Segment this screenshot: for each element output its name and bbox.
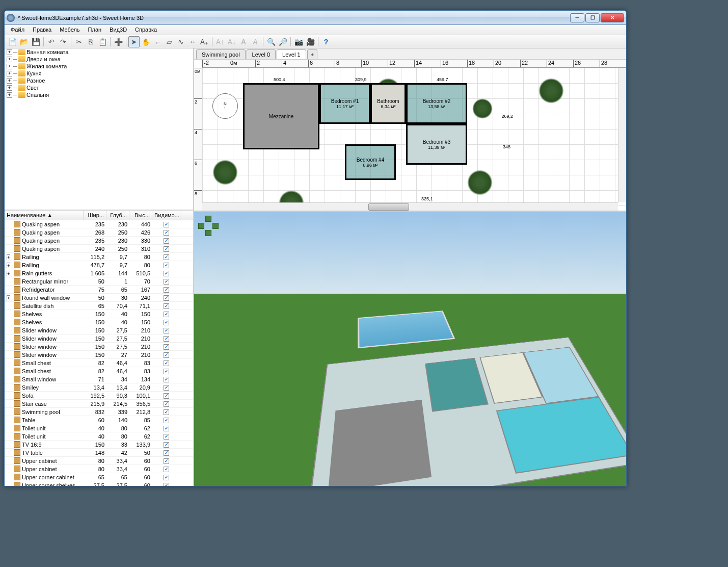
visibility-checkbox[interactable]: ✓ — [164, 271, 169, 276]
room-bedroom3[interactable]: Bedroom #3 11,39 м² — [406, 124, 467, 165]
menu-Правка[interactable]: Правка — [29, 25, 56, 35]
col-depth[interactable]: Глуб... — [106, 211, 129, 220]
room-mezzanine[interactable]: Mezzanine — [243, 83, 319, 149]
level-tab[interactable]: Level 1 — [277, 49, 306, 59]
expand-icon[interactable]: + — [7, 271, 10, 277]
table-row[interactable]: Slider window15027210✓ — [5, 351, 193, 359]
catalog-item[interactable]: +Жилая комната — [5, 63, 193, 70]
plan-grid[interactable]: N↑ 500,4 309,9 459,7 Mezzanine — [202, 68, 626, 211]
furniture-list[interactable]: Наименование ▲ Шир... Глуб... Выс... Вид… — [5, 211, 193, 486]
table-row[interactable]: +Railing115,29,780✓ — [5, 253, 193, 261]
visibility-checkbox[interactable]: ✓ — [164, 328, 169, 333]
table-row[interactable]: Table6014085✓ — [5, 416, 193, 424]
table-row[interactable]: +Round wall window5030240✓ — [5, 294, 193, 302]
catalog-item[interactable]: +Кухня — [5, 70, 193, 77]
expand-icon[interactable]: + — [7, 254, 10, 261]
visibility-checkbox[interactable]: ✓ — [164, 483, 169, 486]
table-row[interactable]: Small window7134134✓ — [5, 375, 193, 383]
table-row[interactable]: Refridgerator7565167✓ — [5, 286, 193, 294]
visibility-checkbox[interactable]: ✓ — [164, 434, 169, 440]
table-row[interactable]: Shelves15040150✓ — [5, 318, 193, 326]
titlebar[interactable]: * SweetHome3DExample7.sh3d - Sweet Home … — [5, 11, 626, 25]
dimension-tool[interactable]: ↔ — [187, 36, 198, 47]
table-row[interactable]: Slider window15027,5210✓ — [5, 326, 193, 334]
visibility-checkbox[interactable]: ✓ — [164, 369, 169, 374]
table-row[interactable]: TV table1484250✓ — [5, 449, 193, 457]
zoom-out-button[interactable]: 🔎 — [277, 36, 288, 47]
tree-icon[interactable] — [212, 160, 238, 185]
save-button[interactable]: 💾 — [30, 36, 41, 47]
text-bold[interactable]: A — [238, 36, 249, 47]
expand-icon[interactable]: + — [7, 295, 10, 301]
select-tool[interactable]: ➤ — [128, 36, 140, 47]
table-row[interactable]: TV 16:915033133,9✓ — [5, 441, 193, 449]
redo-button[interactable]: ↷ — [58, 36, 69, 47]
table-row[interactable]: Swimming pool832339212,8✓ — [5, 408, 193, 416]
visibility-checkbox[interactable]: ✓ — [164, 336, 169, 342]
polyline-tool[interactable]: ∿ — [175, 36, 186, 47]
room-bedroom4[interactable]: Bedroom #4 8,96 м² — [345, 144, 396, 180]
visibility-checkbox[interactable]: ✓ — [164, 295, 169, 301]
visibility-checkbox[interactable]: ✓ — [164, 426, 169, 431]
expand-icon[interactable]: + — [7, 64, 12, 69]
expand-icon[interactable]: + — [7, 78, 12, 84]
nav-down-icon[interactable] — [205, 230, 211, 236]
catalog-tree[interactable]: +Ванная комната+Двери и окна+Жилая комна… — [5, 48, 193, 211]
help-button[interactable]: ? — [320, 36, 332, 47]
visibility-checkbox[interactable]: ✓ — [164, 450, 169, 456]
table-row[interactable]: Slider window15027,5210✓ — [5, 343, 193, 351]
plan-scrollbar-h[interactable] — [202, 202, 618, 211]
table-row[interactable]: Quaking aspen268250426✓ — [5, 228, 193, 237]
table-row[interactable]: Quaking aspen235230440✓ — [5, 220, 193, 228]
visibility-checkbox[interactable]: ✓ — [164, 312, 169, 317]
menu-Справка[interactable]: Справка — [131, 25, 161, 35]
table-row[interactable]: Stair case215,9214,5356,5✓ — [5, 400, 193, 408]
table-row[interactable]: Quaking aspen240250310✓ — [5, 245, 193, 253]
table-row[interactable]: Upper cabinet8033,460✓ — [5, 465, 193, 473]
visibility-checkbox[interactable]: ✓ — [164, 279, 169, 285]
nav-left-icon[interactable] — [198, 223, 204, 229]
paste-button[interactable]: 📋 — [97, 36, 108, 47]
table-row[interactable]: Shelves15040150✓ — [5, 310, 193, 318]
floorplan[interactable]: 500,4 309,9 459,7 Mezzanine Bedroom #1 1… — [243, 83, 498, 195]
visibility-checkbox[interactable]: ✓ — [164, 246, 169, 252]
visibility-checkbox[interactable]: ✓ — [164, 287, 169, 293]
col-visible[interactable]: Видимо... — [152, 211, 180, 220]
table-row[interactable]: Smiley13,413,420,9✓ — [5, 383, 193, 392]
table-row[interactable]: Upper corner cabinet656560✓ — [5, 473, 193, 481]
visibility-checkbox[interactable]: ✓ — [164, 401, 169, 407]
visibility-checkbox[interactable]: ✓ — [164, 222, 169, 227]
minimize-button[interactable]: ─ — [570, 13, 584, 22]
catalog-item[interactable]: +Разное — [5, 77, 193, 84]
copy-button[interactable]: ⎘ — [85, 36, 96, 47]
tree-icon[interactable] — [538, 78, 564, 104]
catalog-item[interactable]: +Свет — [5, 84, 193, 91]
undo-button[interactable]: ↶ — [46, 36, 57, 47]
table-row[interactable]: Toilet unit408062✓ — [5, 432, 193, 441]
table-row[interactable]: Small chest8246,483✓ — [5, 359, 193, 367]
table-row[interactable]: Toilet unit408062✓ — [5, 424, 193, 432]
table-row[interactable]: Small chest8246,483✓ — [5, 367, 193, 375]
visibility-checkbox[interactable]: ✓ — [164, 263, 169, 268]
catalog-item[interactable]: +Двери и окна — [5, 56, 193, 63]
menu-Вид3D[interactable]: Вид3D — [105, 25, 131, 35]
photo-button[interactable]: 📷 — [293, 36, 304, 47]
visibility-checkbox[interactable]: ✓ — [164, 230, 169, 236]
table-row[interactable]: +Railing478,79,780✓ — [5, 261, 193, 269]
visibility-checkbox[interactable]: ✓ — [164, 254, 169, 260]
nav-up-icon[interactable] — [205, 216, 211, 222]
table-row[interactable]: Sofa192,590,3100,1✓ — [5, 392, 193, 400]
video-button[interactable]: 🎥 — [305, 36, 316, 47]
table-row[interactable]: +Rain gutters1 605144510,5✓ — [5, 269, 193, 277]
plan-scrollbar-v[interactable] — [618, 68, 626, 202]
table-row[interactable]: Slider window15027,5210✓ — [5, 334, 193, 343]
visibility-checkbox[interactable]: ✓ — [164, 418, 169, 423]
add-level-button[interactable]: + — [307, 49, 317, 59]
open-button[interactable]: 📂 — [18, 36, 30, 47]
expand-icon[interactable]: + — [7, 57, 12, 62]
expand-icon[interactable]: + — [7, 263, 10, 269]
plan-view[interactable]: Swimming poolLevel 0Level 1+ -20м2468101… — [194, 48, 626, 212]
visibility-checkbox[interactable]: ✓ — [164, 303, 169, 309]
text-italic[interactable]: A — [250, 36, 261, 47]
expand-icon[interactable]: + — [7, 49, 12, 55]
